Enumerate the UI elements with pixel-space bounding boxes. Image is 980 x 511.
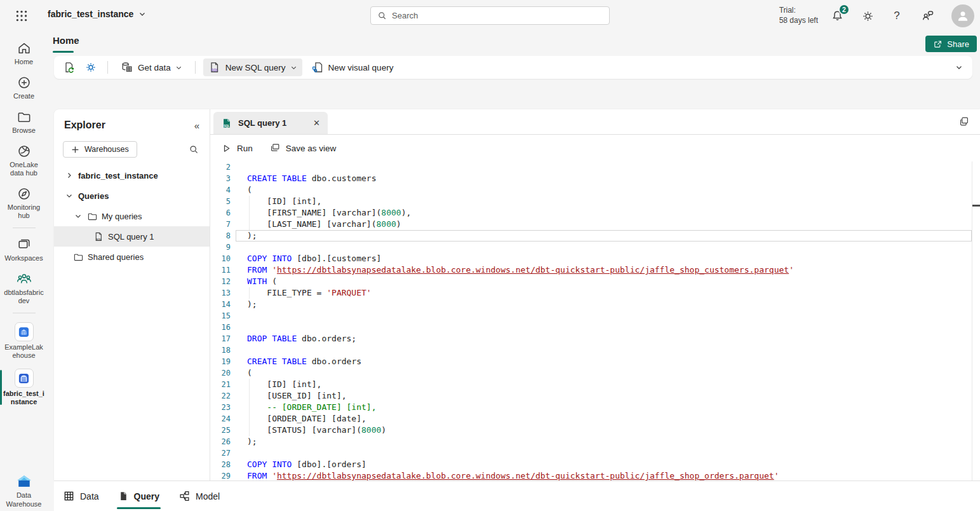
code-line-29[interactable]: 29FROM 'https://dbtlabsynapsedatalake.bl…	[210, 470, 972, 480]
notifications-bell-icon[interactable]: 2	[829, 8, 845, 24]
help-icon[interactable]: ?	[889, 8, 904, 24]
share-button[interactable]: Share	[925, 36, 977, 52]
line-number: 25	[210, 425, 236, 436]
collapse-panel-icon[interactable]: «	[194, 120, 199, 131]
feedback-icon[interactable]	[920, 8, 936, 24]
code-line-18[interactable]: 18	[210, 344, 972, 356]
explorer-search-icon[interactable]	[187, 142, 201, 156]
search-input[interactable]	[392, 11, 603, 20]
code-line-17[interactable]: 17DROP TABLE dbo.orders;	[210, 333, 972, 344]
add-warehouses-button[interactable]: Warehouses	[63, 141, 137, 158]
code-line-3[interactable]: 3CREATE TABLE dbo.customers	[210, 173, 972, 184]
save-as-view-button[interactable]: Save as view	[269, 142, 337, 154]
code-text: [FIRST_NAME] [varchar](8000),	[236, 207, 972, 219]
tree-item-my-queries[interactable]: My queries	[54, 206, 210, 226]
code-line-28[interactable]: 28COPY INTO [dbo].[orders]	[210, 459, 972, 470]
warehouse-icon	[15, 369, 34, 388]
tab-home[interactable]: Home	[53, 35, 79, 46]
code-line-23[interactable]: 23 -- [ORDER_DATE] [int],	[210, 402, 972, 413]
explorer-title: Explorer	[64, 119, 105, 131]
sidebar-item-home[interactable]: Home	[0, 41, 48, 66]
tree-item-shared-queries[interactable]: Shared queries	[54, 247, 210, 267]
chevron-down-icon[interactable]	[64, 192, 74, 200]
editor-scrollbar[interactable]	[972, 161, 980, 480]
view-tab-data[interactable]: Data	[62, 481, 100, 511]
sidebar-item-examplelakehouse[interactable]: ExampleLakehouse	[0, 322, 48, 360]
code-line-16[interactable]: 16	[210, 322, 972, 333]
app-launcher-icon[interactable]	[14, 8, 29, 24]
line-number: 13	[210, 287, 236, 299]
code-line-19[interactable]: 19CREATE TABLE dbo.orders	[210, 356, 972, 367]
tree-item-queries[interactable]: Queries	[54, 186, 210, 206]
code-line-20[interactable]: 20(	[210, 367, 972, 379]
account-avatar[interactable]	[951, 4, 974, 27]
view-tab-model[interactable]: Model	[177, 481, 221, 511]
code-line-9[interactable]: 9	[210, 242, 972, 253]
code-line-4[interactable]: 4(	[210, 184, 972, 196]
sidebar-item-data-warehouse[interactable]: Data Warehouse	[0, 474, 48, 508]
code-line-21[interactable]: 21 [ID] [int],	[210, 379, 972, 390]
chevron-right-icon[interactable]	[64, 172, 74, 179]
code-line-24[interactable]: 24 [ORDER_DATE] [date],	[210, 413, 972, 425]
query-tab[interactable]: SQL SQL query 1 ✕	[213, 112, 328, 134]
code-text: [ORDER_DATE] [date],	[236, 413, 972, 425]
code-line-25[interactable]: 25 [STATUS] [varchar](8000)	[210, 425, 972, 436]
code-line-22[interactable]: 22 [USER_ID] [int],	[210, 390, 972, 402]
sql-code-area[interactable]: 23CREATE TABLE dbo.customers4(5 [ID] [in…	[210, 161, 980, 480]
code-line-8[interactable]: 8);	[210, 230, 972, 242]
sidebar-item-browse[interactable]: Browse	[0, 109, 48, 135]
refresh-dataset-icon[interactable]	[60, 58, 78, 76]
tree-item-fabric-test-instance[interactable]: fabric_test_instance	[54, 165, 210, 186]
get-data-button[interactable]: Get data	[116, 58, 187, 76]
toolbar-collapse-chevron-icon[interactable]	[952, 64, 966, 71]
code-line-27[interactable]: 27	[210, 447, 972, 459]
settings-gear-icon[interactable]	[860, 8, 875, 24]
workspace-selector[interactable]: fabric_test_instance	[48, 9, 146, 19]
global-search[interactable]	[370, 6, 610, 25]
new-sql-query-button[interactable]: SQL New SQL query	[203, 58, 302, 76]
sidebar-item-dbtlabsfabricdev[interactable]: dbtlabsfabricdev	[0, 271, 48, 305]
code-line-10[interactable]: 10COPY INTO [dbo].[customers]	[210, 253, 972, 264]
top-app-bar: fabric_test_instance Trial: 58 days left…	[0, 0, 980, 32]
query-tab-label: SQL query 1	[238, 118, 286, 128]
code-line-7[interactable]: 7 [LAST_NAME] [varchar](8000)	[210, 219, 972, 230]
lakehouse-icon	[15, 322, 34, 341]
code-line-12[interactable]: 12WITH (	[210, 276, 972, 287]
sidebar-item-monitoring-hub[interactable]: Monitoring hub	[0, 186, 48, 220]
sidebar-item-fabric-test-instance[interactable]: fabric_test_instance	[0, 369, 48, 406]
code-line-11[interactable]: 11FROM 'https://dbtlabsynapsedatalake.bl…	[210, 264, 972, 276]
code-line-26[interactable]: 26);	[210, 436, 972, 447]
sidebar-item-workspaces[interactable]: Workspaces	[0, 237, 48, 262]
new-visual-query-button[interactable]: New visual query	[306, 58, 399, 76]
code-line-15[interactable]: 15	[210, 310, 972, 322]
chevron-down-icon[interactable]	[73, 212, 83, 220]
line-number: 24	[210, 413, 236, 425]
sidebar-item-label: Home	[15, 58, 33, 66]
sqlfile-icon: SQL	[93, 231, 104, 242]
copy-icon[interactable]	[957, 114, 971, 128]
code-line-2[interactable]: 2	[210, 161, 972, 173]
people-icon	[16, 271, 32, 287]
code-line-13[interactable]: 13 FILE_TYPE = 'PARQUET'	[210, 287, 972, 299]
home-icon	[17, 41, 32, 56]
code-text: );	[236, 299, 972, 310]
tree-item-label: fabric_test_instance	[78, 171, 158, 181]
view-tab-label: Data	[80, 491, 99, 501]
code-text: DROP TABLE dbo.orders;	[236, 333, 972, 344]
trial-status: Trial: 58 days left	[779, 5, 818, 25]
tree-item-sql-query-1[interactable]: SQLSQL query 1	[54, 226, 210, 247]
sidebar-item-onelake-data-hub[interactable]: OneLake data hub	[0, 144, 48, 177]
code-line-5[interactable]: 5 [ID] [int],	[210, 196, 972, 207]
code-text: FILE_TYPE = 'PARQUET'	[236, 287, 972, 299]
code-line-6[interactable]: 6 [FIRST_NAME] [varchar](8000),	[210, 207, 972, 219]
close-tab-icon[interactable]: ✕	[313, 118, 320, 128]
sql-file-green-icon: SQL	[221, 118, 232, 129]
code-text: FROM 'https://dbtlabsynapsedatalake.blob…	[236, 264, 972, 276]
view-tab-query[interactable]: Query	[117, 481, 161, 511]
sidebar-item-create[interactable]: Create	[0, 75, 48, 100]
code-line-14[interactable]: 14);	[210, 299, 972, 310]
tree-item-label: Shared queries	[88, 252, 144, 262]
run-button[interactable]: Run	[221, 143, 253, 154]
query-settings-gear-icon[interactable]	[82, 58, 100, 76]
code-text	[236, 242, 972, 253]
